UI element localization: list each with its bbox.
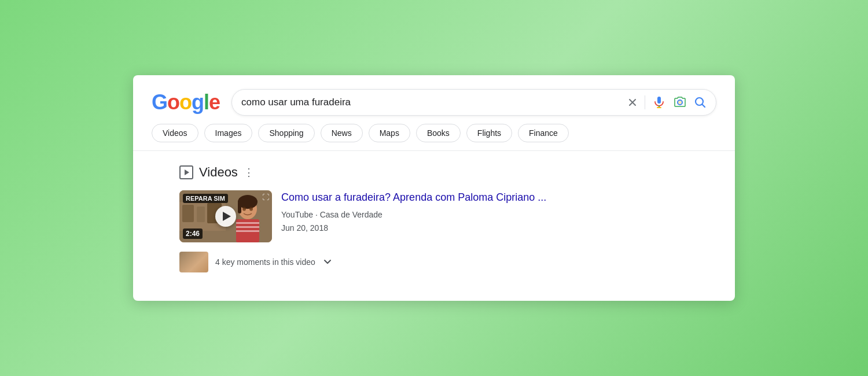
search-input[interactable] [241, 97, 621, 108]
more-options-icon[interactable]: ⋮ [244, 166, 254, 179]
logo-l: l [204, 90, 209, 115]
search-divider [645, 95, 645, 109]
key-moment-thumb-bg [179, 252, 208, 272]
logo-e: e [209, 90, 220, 115]
filter-finance[interactable]: Finance [518, 124, 569, 142]
video-channel: Casa de Verdade [320, 210, 382, 219]
thumbnail-repara-label: REPARA SIM [183, 194, 228, 203]
mic-icon[interactable] [652, 95, 666, 109]
results-area: Videos ⋮ [133, 151, 735, 286]
video-source: YouTube [281, 210, 313, 219]
video-info: Como usar a furadeira? Aprenda com Palom… [281, 190, 716, 234]
search-submit-icon[interactable] [694, 96, 707, 109]
svg-rect-6 [182, 205, 194, 222]
filter-news[interactable]: News [321, 124, 363, 142]
browser-card: Google [133, 75, 735, 301]
logo-g2: g [192, 90, 204, 115]
svg-rect-7 [197, 207, 205, 222]
svg-rect-13 [236, 222, 259, 224]
filter-images[interactable]: Images [204, 124, 253, 142]
svg-point-17 [249, 207, 253, 211]
logo-o1: o [167, 90, 179, 115]
duration-badge: 2:46 [183, 228, 203, 239]
filter-books[interactable]: Books [416, 124, 461, 142]
svg-point-2 [678, 101, 682, 104]
svg-rect-14 [236, 226, 259, 228]
svg-rect-0 [657, 97, 661, 104]
expand-icon: ⛶ [262, 193, 269, 201]
video-thumbnail[interactable]: REPARA SIM ⛶ 2:46 [179, 190, 272, 242]
svg-point-16 [242, 207, 246, 211]
svg-rect-11 [238, 202, 241, 213]
filter-videos[interactable]: Videos [152, 124, 198, 142]
videos-section-header: Videos ⋮ [179, 165, 716, 180]
video-section-icon [179, 165, 193, 179]
google-logo: Google [152, 90, 220, 115]
video-date: Jun 20, 2018 [281, 223, 328, 233]
video-meta: YouTube · Casa de Verdade Jun 20, 2018 [281, 208, 716, 234]
video-source-separator: · [315, 210, 320, 219]
svg-rect-15 [236, 230, 259, 232]
key-moments-text: 4 key moments in this video [215, 257, 315, 267]
filter-bar: Videos Images Shopping News Maps Books F… [133, 116, 735, 151]
video-title-link[interactable]: Como usar a furadeira? Aprenda com Palom… [281, 190, 716, 205]
search-bar[interactable] [231, 89, 716, 116]
key-moments-row: 4 key moments in this video [179, 252, 716, 272]
play-icon [223, 212, 231, 221]
lens-icon[interactable] [673, 95, 687, 109]
filter-shopping[interactable]: Shopping [258, 124, 314, 142]
section-title: Videos [199, 165, 238, 180]
key-moment-thumbnail [179, 252, 208, 272]
clear-icon[interactable] [627, 97, 638, 108]
play-triangle-icon [185, 169, 189, 175]
header: Google [133, 75, 735, 116]
logo-g: G [152, 90, 167, 115]
logo-o2: o [179, 90, 192, 115]
chevron-down-icon[interactable] [322, 257, 333, 267]
video-result: REPARA SIM ⛶ 2:46 Como usar a furadeira?… [179, 190, 716, 242]
play-button[interactable] [215, 206, 236, 227]
filter-flights[interactable]: Flights [466, 124, 512, 142]
search-bar-icons [627, 95, 707, 109]
filter-maps[interactable]: Maps [369, 124, 410, 142]
